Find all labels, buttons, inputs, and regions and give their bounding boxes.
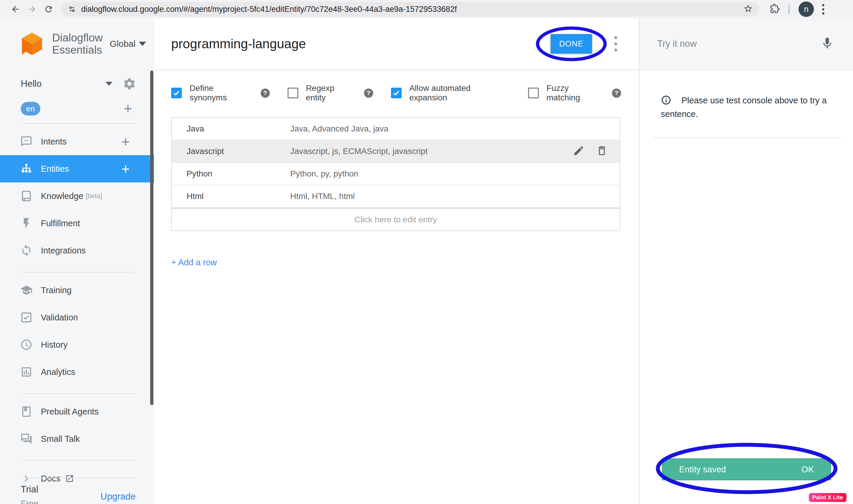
- add-language-button[interactable]: +: [124, 103, 132, 114]
- sidebar-item-integrations[interactable]: Integrations: [0, 237, 154, 264]
- small-talk-icon: [20, 433, 33, 445]
- checkbox-checked[interactable]: [171, 88, 182, 98]
- checkbox-checked[interactable]: [391, 88, 402, 98]
- test-console-hint: Please use test console above to try a s…: [661, 94, 840, 121]
- paint-app-watermark: Paint X Lite: [809, 493, 847, 502]
- add-row-link[interactable]: + Add a row: [171, 258, 217, 267]
- reload-icon[interactable]: [40, 1, 57, 17]
- analytics-icon: [20, 366, 33, 378]
- sidebar-item-history[interactable]: History: [0, 331, 154, 358]
- history-icon: [20, 339, 33, 351]
- profile-avatar[interactable]: n: [799, 1, 814, 17]
- plan-tier: Free: [21, 499, 38, 504]
- sidebar-item-label: Integrations: [41, 246, 86, 255]
- sidebar: Dialogflow Essentials Global Hello en + …: [0, 18, 154, 504]
- add-entities-button[interactable]: +: [121, 161, 130, 177]
- entities-icon: [20, 163, 33, 175]
- address-bar[interactable]: dialogflow.cloud.google.com/#/agent/mypr…: [61, 2, 759, 16]
- test-console-input[interactable]: Try it now: [639, 18, 853, 70]
- language-row: en +: [0, 102, 154, 115]
- add-intents-button[interactable]: +: [121, 133, 130, 150]
- entity-synonyms[interactable]: Python, py, python: [290, 169, 620, 179]
- sidebar-scrollbar[interactable]: [150, 71, 154, 405]
- sidebar-item-validation[interactable]: Validation: [0, 304, 154, 331]
- edit-icon[interactable]: [573, 145, 585, 158]
- new-entry-placeholder: Click here to edit entry: [355, 215, 437, 224]
- forward-arrow-icon[interactable]: [24, 1, 40, 17]
- help-icon[interactable]: ?: [364, 89, 373, 98]
- url-text[interactable]: dialogflow.cloud.google.com/#/agent/mypr…: [81, 5, 743, 14]
- sidebar-item-label: Fulfillment: [41, 218, 80, 228]
- delete-icon[interactable]: [596, 145, 608, 158]
- option-fuzzy-matching: Fuzzy matching?: [528, 84, 621, 103]
- sidebar-item-label: Intents: [41, 137, 67, 147]
- sidebar-item-analytics[interactable]: Analytics: [0, 358, 154, 385]
- microphone-icon[interactable]: [820, 36, 834, 51]
- toolbar-divider: [788, 4, 789, 14]
- dialogflow-logo: [18, 30, 46, 58]
- new-entry-row[interactable]: Click here to edit entry: [172, 208, 620, 230]
- checkbox-unchecked[interactable]: [528, 88, 539, 98]
- sidebar-item-label: Training: [41, 286, 72, 295]
- entity-row-javascript[interactable]: JavascriptJavascript, js, ECMAScript, ja…: [172, 140, 620, 163]
- checkbox-unchecked[interactable]: [288, 88, 298, 98]
- back-arrow-icon[interactable]: [7, 1, 24, 17]
- sidebar-item-entities[interactable]: Entities+: [0, 155, 154, 182]
- browser-toolbar: dialogflow.cloud.google.com/#/agent/mypr…: [0, 0, 853, 18]
- plan-name: Trial: [21, 484, 38, 495]
- sidebar-divider: [21, 478, 136, 478]
- upgrade-link[interactable]: Upgrade: [101, 491, 136, 502]
- sidebar-item-knowledge[interactable]: Knowledge[beta]: [0, 182, 154, 210]
- help-icon[interactable]: ?: [261, 89, 270, 98]
- chevron-down-icon: [105, 82, 112, 86]
- option-allow-automated-expansion: Allow automated expansion: [391, 84, 510, 103]
- main-panel: programming-language DONE Define synonym…: [154, 18, 639, 504]
- hint-text: Please use test console above to try a s…: [661, 96, 827, 119]
- sidebar-item-small-talk[interactable]: Small Talk: [0, 425, 154, 452]
- entity-value[interactable]: Python: [172, 169, 290, 179]
- beta-badge: [beta]: [86, 192, 102, 200]
- done-button[interactable]: DONE: [551, 34, 592, 54]
- sidebar-footer: Trial Free Upgrade: [0, 478, 154, 504]
- sidebar-item-label: History: [41, 340, 68, 350]
- entity-table: JavaJava, Advanced Java, javaJavascriptJ…: [171, 117, 620, 231]
- toast-ok-button[interactable]: OK: [801, 465, 814, 474]
- entity-value[interactable]: Html: [172, 192, 290, 201]
- help-icon[interactable]: ?: [612, 89, 621, 98]
- entity-row-html[interactable]: HtmlHtml, HTML, html: [172, 185, 620, 208]
- sidebar-item-fulfillment[interactable]: Fulfillment: [0, 210, 154, 237]
- agent-selector[interactable]: Hello: [0, 73, 154, 94]
- sidebar-item-intents[interactable]: Intents+: [0, 128, 154, 155]
- gear-icon[interactable]: [123, 77, 136, 91]
- entity-value[interactable]: Javascript: [172, 147, 290, 156]
- entity-synonyms[interactable]: Java, Advanced Java, java: [290, 124, 620, 133]
- entity-synonyms[interactable]: Html, HTML, html: [290, 192, 620, 201]
- more-options-icon[interactable]: [609, 36, 622, 52]
- integrations-icon: [20, 244, 33, 257]
- option-define-synonyms: Define synonyms?: [171, 84, 270, 103]
- language-chip[interactable]: en: [21, 102, 40, 115]
- entity-saved-toast: Entity saved OK: [662, 458, 831, 480]
- intents-icon: [20, 135, 33, 148]
- sidebar-item-label: Prebuilt Agents: [41, 407, 99, 417]
- training-icon: [20, 284, 33, 296]
- region-selector[interactable]: Global: [110, 39, 146, 49]
- sidebar-item-training[interactable]: Training: [0, 276, 154, 304]
- entity-synonyms[interactable]: Javascript, js, ECMAScript, javascript: [290, 147, 573, 156]
- sidebar-item-label: Validation: [41, 313, 78, 323]
- entity-row-python[interactable]: PythonPython, py, python: [172, 163, 620, 185]
- extensions-icon[interactable]: [770, 4, 780, 15]
- sidebar-item-prebuilt-agents[interactable]: Prebuilt Agents: [0, 398, 154, 425]
- agent-name: Hello: [21, 78, 42, 89]
- browser-menu-icon[interactable]: [822, 4, 824, 15]
- entity-options: Define synonyms?Regexp entity?Allow auto…: [171, 84, 639, 103]
- entity-row-java[interactable]: JavaJava, Advanced Java, java: [172, 118, 620, 140]
- entity-value[interactable]: Java: [172, 124, 290, 133]
- option-label: Define synonyms: [190, 84, 253, 103]
- panel-divider: [654, 138, 840, 138]
- knowledge-icon: [20, 190, 33, 202]
- bookmark-star-icon[interactable]: [743, 4, 753, 15]
- chevron-down-icon: [139, 42, 146, 46]
- sidebar-item-label: Entities: [41, 164, 69, 174]
- site-settings-icon[interactable]: [68, 5, 76, 14]
